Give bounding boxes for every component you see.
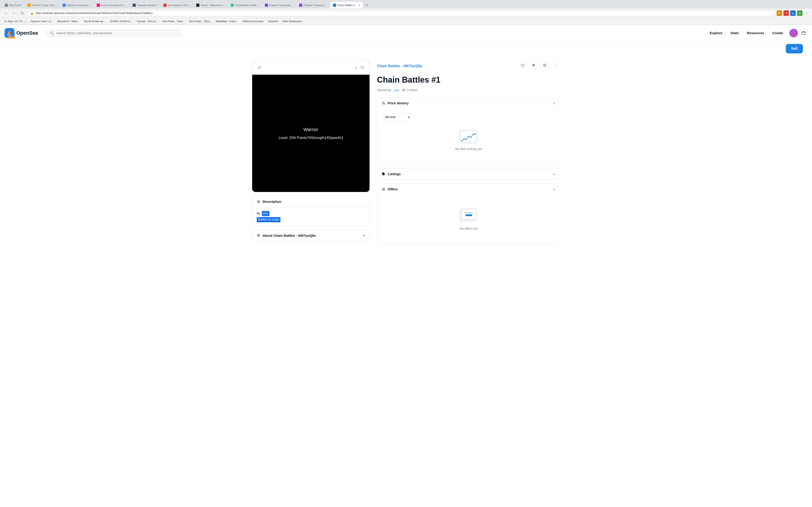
tab-favicon	[196, 4, 199, 7]
share-button[interactable]	[540, 61, 549, 70]
bookmark-hrept[interactable]: H. Rept. 117-74 –...	[3, 19, 28, 23]
tab-favicon	[28, 4, 31, 7]
tab-crypto[interactable]: 15 Best Crypto Trad...	[24, 2, 59, 8]
tab-label: ChainBattles | Addr...	[235, 4, 258, 7]
description-title: Description	[263, 200, 282, 204]
browser-nav: ‹ › ↻ 🔒 https://testnets.opensea.io/asse…	[0, 9, 812, 18]
wallet-button[interactable]	[800, 29, 807, 37]
offers-header[interactable]: Offers ∧	[377, 183, 560, 194]
description-icon	[257, 200, 260, 204]
tab-favicon	[163, 4, 166, 7]
desc-line2: Battles on chain	[257, 217, 365, 222]
link-button[interactable]	[256, 64, 263, 71]
back-button[interactable]: ‹	[3, 10, 9, 16]
price-history-header-left: Price History	[382, 101, 409, 105]
svg-point-29	[470, 136, 471, 138]
svg-point-19	[464, 141, 464, 142]
tab-favicon	[97, 4, 100, 7]
bookmark-similar[interactable]: Top 44 Similar we...	[82, 19, 107, 23]
price-history-header[interactable]: Price History ∧	[377, 98, 560, 109]
svg-marker-7	[532, 64, 535, 66]
offer-card-btn	[465, 214, 472, 216]
tab-polygon1[interactable]: Polygon Transactio...	[262, 2, 296, 8]
bookmark-imported[interactable]: Imported	[266, 19, 280, 23]
bookmark-label: 10.664 | SUSHI-U...	[110, 20, 132, 23]
tab-label: Home | Uniswap Pro...	[101, 4, 126, 7]
tab-rari[interactable]: Rari Portal	[2, 2, 24, 8]
svg-point-8	[545, 64, 546, 64]
bookmark-transak[interactable]: Transak - Fiat on/...	[135, 19, 160, 23]
forward-button[interactable]: ›	[11, 10, 17, 16]
main-content: 0 Warrior Level: 2Hit Points74Strength14…	[247, 56, 565, 252]
ext-btn-2[interactable]: ⚑	[783, 10, 789, 16]
listings-header-left: Listings	[382, 172, 401, 176]
bookmark-label: Figment Learn | S...	[31, 20, 53, 23]
bookmark-rari1[interactable]: Rari Portal _ Tetra...	[161, 19, 187, 23]
about-card: About Chain Battles - t067iyzQ8u ∨	[252, 230, 370, 241]
tab-favicon	[333, 4, 336, 7]
search-icon: 🔍	[50, 31, 54, 35]
about-title: About Chain Battles - t067iyzQ8u	[263, 234, 316, 237]
bookmark-arbitrary[interactable]: Arbitrary Execution	[241, 19, 265, 23]
offers-header-left: Offers	[382, 187, 398, 191]
new-tab-button[interactable]: +	[364, 2, 370, 8]
nav-stats[interactable]: Stats	[727, 29, 743, 37]
description-text: By you Battles on chain	[257, 211, 365, 222]
owner-you-link[interactable]: you	[394, 88, 399, 92]
price-history-chevron-icon: ∧	[553, 101, 555, 105]
search-input[interactable]	[56, 31, 178, 35]
time-filter-dropdown[interactable]: All time ∨	[382, 113, 413, 121]
views-count: 3 views	[402, 88, 417, 92]
svg-point-15	[555, 66, 556, 66]
svg-point-21	[468, 141, 469, 142]
about-chevron-icon: ∨	[363, 234, 365, 237]
tab-support[interactable]: Get support in Par...	[160, 2, 193, 8]
description-card: Description By you Battles on chain	[252, 196, 370, 226]
reload-button[interactable]: ↻	[19, 10, 26, 16]
bookmark-other[interactable]: Other Bookmarks	[281, 19, 304, 23]
bookmark-figment[interactable]: Figment Learn | S...	[29, 19, 54, 23]
about-header[interactable]: About Chain Battles - t067iyzQ8u ∨	[252, 230, 369, 241]
tab-favicon	[299, 4, 302, 7]
bookmark-movie4k[interactable]: Movie4k to - Watc...	[55, 19, 81, 23]
svg-line-12	[544, 64, 545, 65]
tab-uniswap2[interactable]: Uniswap Interface	[130, 2, 160, 8]
tab-ml[interactable]: Machine Learning f...	[60, 2, 93, 8]
play-button[interactable]	[529, 61, 538, 70]
svg-point-13	[555, 64, 556, 64]
nav-explore[interactable]: Explore	[706, 29, 726, 37]
tab-remix[interactable]: Remix - Ethereum I...	[193, 2, 227, 8]
no-activity-text: No item activity yet	[455, 147, 482, 151]
search-container: 🔍	[46, 29, 182, 37]
user-avatar[interactable]	[789, 29, 798, 37]
like-button[interactable]	[359, 64, 366, 71]
nav-resources[interactable]: Resources	[743, 29, 768, 37]
tab-uniswap[interactable]: Home | Uniswap Pro...	[94, 2, 129, 8]
nft-left-panel: 0 Warrior Level: 2Hit Points74Strength14…	[252, 61, 370, 248]
nav-create[interactable]: Create	[769, 29, 786, 37]
metamask-ext[interactable]: M	[777, 10, 782, 16]
bookmark-rari2[interactable]: Rari Portal _ Tetra...	[187, 19, 213, 23]
extensions-btn[interactable]: ⋮	[804, 10, 809, 16]
address-bar[interactable]: 🔒 https://testnets.opensea.io/assets/mum…	[27, 10, 775, 16]
tab-chainbattles[interactable]: ChainBattles | Addr...	[228, 2, 261, 8]
listings-header[interactable]: Listings ∨	[377, 168, 560, 179]
collection-link[interactable]: Chain Battles - t067iyzQ8u	[377, 64, 422, 68]
search-inner[interactable]: 🔍	[46, 29, 182, 37]
tab-label: Uniswap Interface	[137, 4, 157, 7]
opensea-logo[interactable]: ⛵ Testnets OpenSea	[5, 28, 38, 38]
svg-point-26	[463, 138, 465, 139]
tab-chain-battles-active[interactable]: Chain Battles #... ✕	[330, 2, 363, 8]
ext-btn-3[interactable]: ◈	[790, 10, 796, 16]
tab-close-btn[interactable]: ✕	[358, 4, 360, 7]
tab-polygon2[interactable]: Polygon Transactio...	[296, 2, 330, 8]
bookmark-metamask[interactable]: MetaMask - Exten...	[214, 19, 240, 23]
svg-point-30	[472, 134, 474, 135]
sell-button[interactable]: Sell	[786, 44, 803, 53]
bookmark-sushi[interactable]: 10.664 | SUSHI-U...	[108, 19, 134, 23]
offers-title: Offers	[388, 187, 398, 191]
more-button[interactable]	[551, 61, 560, 70]
offer-card-front-line1	[464, 212, 473, 214]
refresh-button[interactable]	[518, 61, 527, 70]
ext-btn-4[interactable]: ■	[797, 10, 803, 16]
